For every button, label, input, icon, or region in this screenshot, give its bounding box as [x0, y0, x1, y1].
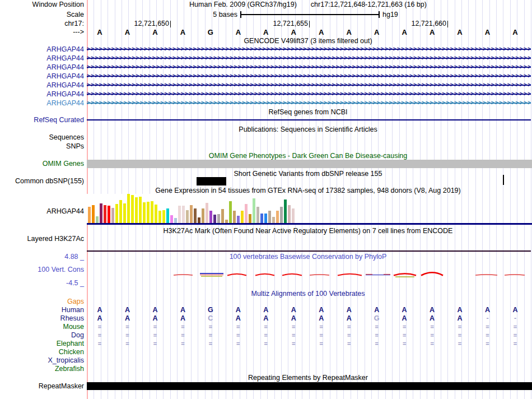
gencode-gene-item[interactable]: >>>>>>>>>>>>>>>>>>>>>>>>>>>>>>>>>>>>>>>>…: [87, 45, 531, 54]
gtex-tissue-bar: [284, 200, 287, 223]
multiz-alignment-cell: =: [347, 341, 351, 347]
scale-assembly-text: hg19: [382, 11, 398, 18]
multiz-alignment-cell: =: [514, 332, 517, 338]
repeatmasker-label[interactable]: RepeatMasker: [0, 383, 84, 390]
gtex-tissue-bar: [260, 214, 263, 223]
gencode-gene-item[interactable]: >>>>>>>>>>>>>>>>>>>>>>>>>>>>>>>>>>>>>>>>…: [87, 63, 531, 72]
gtex-track-title[interactable]: Gene Expression in 54 tissues from GTEx …: [87, 187, 529, 194]
refseq-curated-label[interactable]: RefSeq Curated: [0, 117, 84, 124]
multiz-alignment-cell: A: [319, 307, 324, 314]
h3k27ac-track-title[interactable]: H3K27Ac Mark (Often Found Near Active Re…: [87, 228, 529, 235]
multiz-alignment-cell: A: [152, 315, 157, 322]
dbsnp-label[interactable]: Common dbSNP(155): [0, 178, 84, 185]
gencode-gene-label[interactable]: ARHGAP44: [0, 55, 84, 62]
multiz-species-label[interactable]: Zebrafish: [0, 365, 84, 373]
omim-genes-label[interactable]: OMIM Genes: [0, 160, 84, 168]
gencode-gene-item[interactable]: >>>>>>>>>>>>>>>>>>>>>>>>>>>>>>>>>>>>>>>>…: [87, 81, 531, 90]
gtex-tissue-bar: [202, 208, 204, 223]
gtex-gene-label[interactable]: ARHGAP44: [0, 208, 84, 215]
gtex-tissue-bar: [280, 207, 283, 223]
phylop-track-title[interactable]: 100 vertebrates Basewise Conservation by…: [87, 253, 529, 261]
gtex-tissue-bar: [131, 195, 134, 223]
gtex-tissue-bar: [256, 207, 259, 223]
conservation-mark: [421, 272, 443, 275]
multiz-alignment-cell: =: [181, 341, 184, 347]
multiz-alignment-cell: =: [181, 332, 184, 338]
gtex-tissue-bar: [221, 209, 224, 223]
multiz-species-label[interactable]: Human: [0, 307, 84, 314]
publications-snps-label[interactable]: SNPs: [0, 143, 84, 150]
window-position-label: Window Position: [0, 1, 84, 8]
reference-base: A: [346, 28, 351, 36]
multiz-species-label[interactable]: Chicken: [0, 349, 84, 356]
multiz-alignment-cell: =: [209, 332, 212, 338]
gtex-tissue-bar: [151, 201, 153, 223]
gencode-gene-label[interactable]: ARHGAP44: [0, 73, 84, 80]
gtex-tissue-bar: [147, 202, 150, 223]
refseq-track-title[interactable]: RefSeq genes from NCBI: [87, 109, 529, 116]
gtex-tissue-bar: [166, 208, 169, 223]
gtex-tissue-bar: [88, 207, 91, 223]
dbsnp-track-title[interactable]: Short Genetic Variants from dbSNP releas…: [87, 170, 529, 178]
multiz-alignment-cell: =: [514, 324, 517, 330]
multiz-alignment-cell: =: [403, 332, 406, 338]
multiz-alignment-cell: =: [403, 341, 406, 347]
phylop-max-value: 4.88 _: [0, 253, 84, 261]
multiz-alignment-cell: =: [292, 341, 295, 347]
gridline: [531, 0, 531, 399]
multiz-species-label[interactable]: Gaps: [0, 298, 84, 305]
reference-base: A: [512, 28, 517, 36]
repeatmasker-track-title[interactable]: Repeating Elements by RepeatMasker: [87, 374, 529, 382]
multiz-alignment-cell: =: [430, 324, 433, 330]
gtex-baseline: [87, 223, 532, 225]
multiz-track-title[interactable]: Multiz Alignments of 100 Vertebrates: [87, 290, 529, 298]
multiz-species-label[interactable]: X_tropicalis: [0, 357, 84, 364]
gtex-tissue-bar: [264, 214, 267, 223]
reference-base: A: [457, 28, 462, 36]
omim-gene-item[interactable]: [87, 160, 532, 168]
window-coordinates: chr17:12,721,648-12,721,663 (16 bp): [311, 1, 427, 8]
multiz-alignment-cell: A: [430, 307, 435, 314]
gencode-track-title[interactable]: GENCODE V49lift37 (3 items filtered out): [87, 38, 529, 45]
multiz-alignment-cell: =: [320, 341, 323, 347]
phylop-label[interactable]: 100 Vert. Cons: [0, 266, 84, 273]
multiz-alignment-cell: =: [458, 332, 461, 338]
strand-arrow-label[interactable]: --->: [0, 29, 84, 36]
repeatmasker-item[interactable]: [87, 382, 532, 390]
gtex-tissue-bar: [100, 203, 102, 223]
assembly-position-title: Human Feb. 2009 (GRCh37/hg19) chr17:12,7…: [87, 1, 529, 8]
scale-bar-right-tick: [379, 11, 379, 18]
gencode-gene-item[interactable]: >>>>>>>>>>>>>>>>>>>>>>>>>>>>>>>>>>>>>>>>…: [87, 99, 531, 108]
gencode-gene-label[interactable]: ARHGAP44: [0, 100, 84, 107]
omim-track-title[interactable]: OMIM Gene Phenotypes - Dark Green Can Be…: [87, 152, 529, 160]
multiz-species-label[interactable]: Mouse: [0, 323, 84, 331]
gtex-tissue-bar: [209, 211, 212, 223]
multiz-alignment-cell: =: [486, 341, 489, 347]
ruler-position-number: 12,721,655: [254, 20, 308, 27]
gene-direction-arrows: >>>>>>>>>>>>>>>>>>>>>>>>>>>>>>>>>>>>>>>>…: [87, 64, 531, 70]
gtex-tissue-bar: [186, 210, 189, 223]
conservation-mark: [505, 275, 525, 275]
gencode-gene-label[interactable]: ARHGAP44: [0, 82, 84, 89]
multiz-alignment-cell: =: [375, 332, 378, 338]
gencode-gene-label[interactable]: ARHGAP44: [0, 64, 84, 71]
multiz-species-label[interactable]: Elephant: [0, 340, 84, 347]
publications-track-title[interactable]: Publications: Sequences in Scientific Ar…: [87, 126, 529, 133]
multiz-alignment-cell: =: [181, 324, 184, 330]
gene-direction-arrows: >>>>>>>>>>>>>>>>>>>>>>>>>>>>>>>>>>>>>>>>…: [87, 55, 531, 61]
refseq-curated-item[interactable]: [87, 119, 531, 120]
publications-sequences-label[interactable]: Sequences: [0, 134, 84, 141]
gencode-gene-label[interactable]: ARHGAP44: [0, 46, 84, 53]
gencode-gene-item[interactable]: >>>>>>>>>>>>>>>>>>>>>>>>>>>>>>>>>>>>>>>>…: [87, 72, 531, 81]
multiz-species-label[interactable]: Rhesus: [0, 315, 84, 322]
h3k27ac-label[interactable]: Layered H3K27Ac: [0, 235, 84, 243]
dbsnp-variant-box[interactable]: [197, 177, 226, 185]
gencode-gene-label[interactable]: ARHGAP44: [0, 91, 84, 98]
gencode-gene-item[interactable]: >>>>>>>>>>>>>>>>>>>>>>>>>>>>>>>>>>>>>>>>…: [87, 90, 531, 99]
multiz-alignment-cell: =: [209, 341, 212, 347]
gtex-expression-chart[interactable]: [87, 194, 301, 223]
multiz-species-label[interactable]: Dog: [0, 332, 84, 339]
gencode-gene-item[interactable]: >>>>>>>>>>>>>>>>>>>>>>>>>>>>>>>>>>>>>>>>…: [87, 54, 531, 63]
ruler-tick-mark: [170, 21, 171, 27]
h3k27ac-baseline: [87, 250, 531, 252]
